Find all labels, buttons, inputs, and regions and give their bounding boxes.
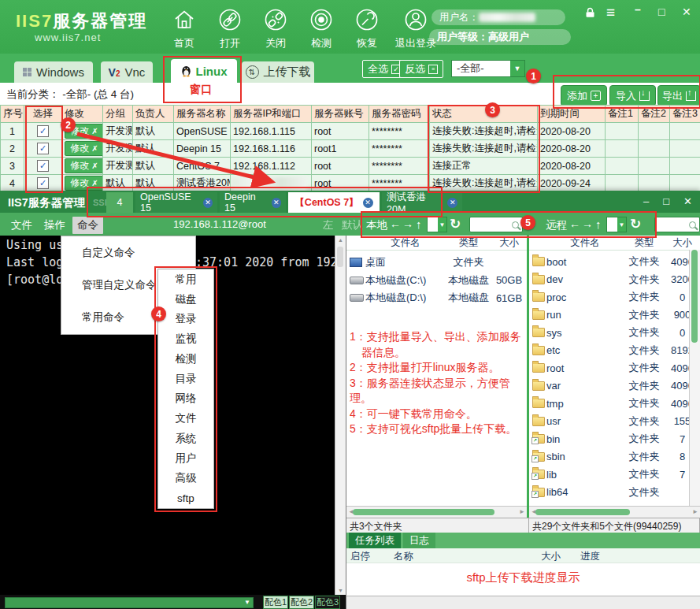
submenu-item[interactable]: 常用: [158, 269, 213, 289]
scroll-thumb[interactable]: [353, 509, 494, 515]
tab-windows[interactable]: Windows: [14, 61, 93, 83]
local-up-icon[interactable]: ↑: [416, 217, 422, 231]
submenu-item[interactable]: 系统: [158, 429, 213, 448]
remote-file-row[interactable]: tmp 文件夹 4096: [529, 395, 700, 413]
local-search-box[interactable]: [469, 217, 523, 232]
session-tab-centos[interactable]: 【CentOS 7】 ✕: [288, 192, 380, 213]
modify-button[interactable]: 修改✗: [65, 124, 103, 139]
menu-command[interactable]: 命令: [72, 217, 103, 234]
close-button[interactable]: ✕: [683, 195, 692, 207]
submenu-item[interactable]: sftp: [158, 488, 213, 508]
submenu-item[interactable]: 登录: [158, 310, 213, 329]
remote-file-row[interactable]: dev 文件夹 3200: [529, 271, 700, 289]
remote-forward-icon[interactable]: →: [582, 217, 593, 230]
close-tab-icon[interactable]: ✕: [203, 198, 213, 208]
submenu-item[interactable]: 网络: [158, 389, 213, 409]
terminal-scrollbar[interactable]: ▲ ▼: [335, 236, 346, 595]
remote-file-row[interactable]: run 文件夹 900: [529, 306, 700, 325]
remote-file-row[interactable]: sys 文件夹 0: [529, 324, 700, 342]
row-checkbox[interactable]: ✓: [37, 177, 49, 189]
invert-select-button[interactable]: 反选 ≡: [399, 60, 443, 78]
export-button[interactable]: 导出 ↑: [657, 85, 700, 106]
minimize-button[interactable]: –: [635, 3, 641, 16]
tab-vnc[interactable]: V2 Vnc: [101, 61, 153, 83]
close-tab-icon[interactable]: ✕: [363, 198, 373, 208]
scroll-thumb[interactable]: [691, 250, 698, 343]
tab-updown[interactable]: ⇅ 上传下载: [242, 61, 314, 83]
remote-file-row[interactable]: ↗ bin 文件夹 7: [529, 430, 700, 448]
col-size[interactable]: 大小: [665, 236, 700, 250]
terminal-bottom-select[interactable]: ▼: [5, 597, 254, 608]
remote-file-row[interactable]: var 文件夹 4096: [529, 377, 700, 395]
col-filename[interactable]: 文件名: [365, 236, 446, 250]
nav-home[interactable]: 首页: [161, 4, 207, 50]
remote-hscrollbar[interactable]: ◄ ►: [529, 506, 700, 518]
modify-button[interactable]: 修改✗: [65, 158, 103, 173]
remote-file-row[interactable]: etc 文件夹 8192: [529, 342, 700, 360]
nav-detect[interactable]: 检测: [298, 4, 344, 50]
local-file-row[interactable]: 本地磁盘(D:\) 本地磁盘 61GB: [346, 289, 527, 307]
remote-search-box[interactable]: [654, 217, 700, 232]
pane-default-button[interactable]: 默认: [340, 217, 365, 234]
remote-file-row[interactable]: ↗ sbin 文件夹 8: [529, 448, 700, 466]
session-tab-hk[interactable]: 测试香港20M ✕: [382, 192, 462, 213]
scroll-thumb[interactable]: [337, 247, 343, 267]
remote-file-row[interactable]: usr 文件夹 155: [529, 413, 700, 431]
modify-button[interactable]: 修改✗: [65, 176, 103, 191]
tab-log[interactable]: 日志: [403, 533, 435, 548]
menu-item-custom-command[interactable]: 自定义命令: [61, 236, 195, 269]
row-checkbox[interactable]: ✓: [37, 143, 49, 154]
category-select[interactable]: -全部- ▼: [451, 60, 525, 77]
remote-file-row[interactable]: boot 文件夹 4096: [529, 253, 700, 271]
session-count-tab[interactable]: 4: [106, 192, 133, 213]
submenu-item[interactable]: 目录: [158, 369, 213, 388]
row-checkbox[interactable]: ✓: [37, 160, 49, 172]
row-checkbox[interactable]: ✓: [37, 125, 49, 137]
local-hscrollbar[interactable]: ◄ ►: [346, 506, 527, 518]
remote-file-row[interactable]: ↗ lib 文件夹 7: [529, 466, 700, 484]
maximize-button[interactable]: □: [663, 195, 669, 207]
col-filename[interactable]: 文件名: [546, 236, 624, 250]
nav-close[interactable]: 关闭: [253, 4, 298, 50]
lock-icon[interactable]: [584, 6, 596, 21]
local-file-row[interactable]: 本地磁盘(C:\) 本地磁盘 50GB: [346, 272, 527, 290]
menu-file[interactable]: 文件: [6, 217, 37, 234]
tab-linux[interactable]: Linux: [171, 59, 237, 83]
remote-file-row[interactable]: root 文件夹 4096: [529, 359, 700, 377]
session-tab-opensuse[interactable]: OpenSUSE 15 ✕: [135, 192, 217, 213]
scroll-down-icon[interactable]: ▼: [335, 588, 346, 593]
color-scheme-3-button[interactable]: 配色3: [315, 596, 340, 609]
add-server-button[interactable]: 添加 +: [561, 85, 607, 106]
submenu-item[interactable]: 高级: [158, 469, 213, 488]
import-button[interactable]: 导入 ↓: [609, 85, 656, 106]
nav-restore[interactable]: 恢复: [344, 4, 390, 50]
remote-vscrollbar[interactable]: [689, 250, 700, 507]
local-forward-icon[interactable]: →: [402, 217, 413, 230]
remote-file-row[interactable]: proc 文件夹 0: [529, 288, 700, 306]
pane-left-button[interactable]: 左: [321, 217, 335, 234]
remote-file-row[interactable]: ↗ lib64 文件夹: [529, 484, 700, 502]
scroll-right-icon[interactable]: ►: [519, 508, 525, 515]
close-tab-icon[interactable]: ✕: [272, 198, 281, 208]
color-scheme-2-button[interactable]: 配色2: [289, 596, 314, 609]
remote-back-icon[interactable]: ←: [569, 217, 580, 230]
modify-button[interactable]: 修改✗: [65, 141, 103, 156]
color-scheme-1-button[interactable]: 配色1: [263, 596, 288, 609]
remote-path-select[interactable]: ▼: [606, 217, 627, 232]
col-size[interactable]: 大小: [491, 236, 527, 250]
col-type[interactable]: 类型: [446, 236, 491, 250]
scroll-up-icon[interactable]: ▲: [335, 237, 346, 243]
maximize-button[interactable]: □: [658, 6, 665, 18]
menu-operate[interactable]: 操作: [39, 217, 70, 234]
submenu-item[interactable]: 文件: [158, 409, 213, 429]
session-tab-deepin[interactable]: Deepin 15 ✕: [220, 192, 286, 213]
minimize-button[interactable]: –: [643, 195, 649, 207]
submenu-item[interactable]: 磁盘: [158, 289, 213, 309]
close-button[interactable]: ✕: [682, 6, 691, 18]
local-refresh-icon[interactable]: ↻: [450, 216, 461, 232]
remote-up-icon[interactable]: ↑: [595, 217, 602, 231]
col-type[interactable]: 类型: [624, 236, 665, 250]
submenu-item[interactable]: 检测: [158, 349, 213, 369]
local-path-select[interactable]: ▼: [427, 217, 447, 232]
submenu-item[interactable]: 监视: [158, 329, 213, 349]
